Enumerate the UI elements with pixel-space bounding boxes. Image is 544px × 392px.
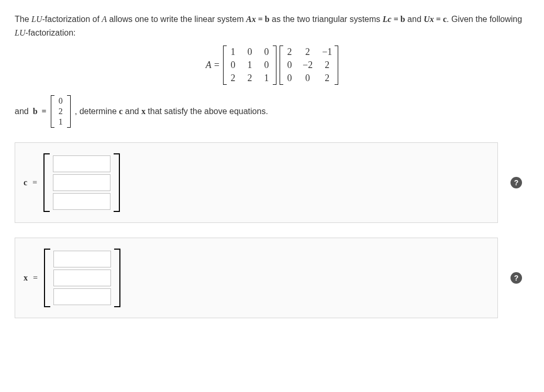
matrix-cell: 1 — [263, 73, 270, 84]
matrix-L: 100010221 — [223, 46, 276, 85]
answer-box-x: x = — [15, 238, 498, 318]
help-icon[interactable]: ? — [510, 272, 522, 284]
c-entry-3[interactable] — [53, 193, 110, 210]
matrix-cell: 2 — [286, 47, 293, 58]
b-vector-row: and b = 021 , determine c and x that sat… — [15, 95, 529, 128]
matrix-cell: 1 — [57, 117, 64, 127]
matrix-cell: 2 — [322, 60, 332, 71]
matrix-cell: 2 — [322, 73, 332, 84]
matrix-cell: 2 — [246, 73, 253, 84]
c-entry-1[interactable] — [53, 155, 110, 172]
x-entry-1[interactable] — [53, 251, 111, 267]
help-icon[interactable]: ? — [510, 177, 522, 188]
matrix-cell: 2 — [229, 73, 237, 84]
matrix-cell: 0 — [263, 60, 270, 71]
vector-b: 021 — [51, 95, 71, 128]
x-entry-2[interactable] — [53, 270, 111, 286]
input-vector-x — [44, 249, 120, 307]
matrix-cell: 0 — [286, 73, 293, 84]
x-entry-3[interactable] — [53, 288, 111, 305]
matrix-cell: −1 — [322, 47, 332, 58]
matrix-cell: 1 — [246, 60, 253, 71]
matrix-cell: 0 — [303, 73, 313, 84]
matrix-U: 22−10−22002 — [280, 46, 338, 85]
input-vector-c — [43, 153, 120, 212]
matrix-cell: −2 — [303, 60, 313, 71]
answer-box-c: c = — [15, 142, 498, 223]
matrix-cell: 0 — [246, 47, 253, 58]
matrix-cell: 0 — [229, 60, 237, 71]
matrix-cell: 0 — [263, 47, 270, 58]
matrix-cell: 2 — [57, 107, 64, 116]
matrix-cell: 0 — [286, 60, 293, 71]
factorization-equation: A = 100010221 22−10−22002 — [15, 46, 529, 85]
matrix-cell: 1 — [229, 47, 237, 58]
matrix-cell: 0 — [57, 96, 64, 106]
c-entry-2[interactable] — [53, 174, 110, 191]
matrix-cell: 2 — [303, 47, 313, 58]
problem-text-1: The LU-factorization of A allows one to … — [15, 13, 529, 39]
